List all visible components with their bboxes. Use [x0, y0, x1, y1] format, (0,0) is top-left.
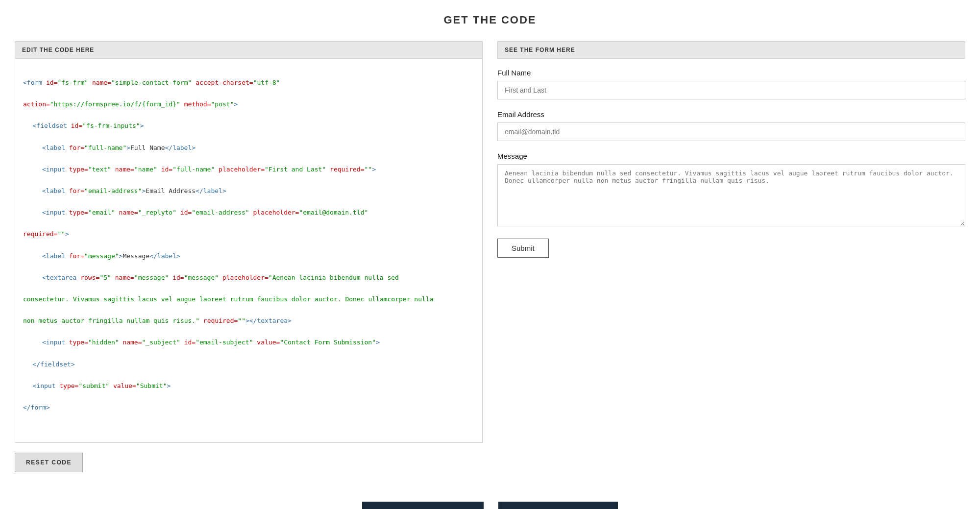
bottom-actions: COPY FORM CODE DOWNLOAD HTML: [0, 472, 980, 509]
page-title: GET THE CODE: [0, 0, 980, 41]
download-html-button[interactable]: DOWNLOAD HTML: [498, 502, 618, 509]
email-input[interactable]: [497, 122, 965, 141]
left-panel: EDIT THE CODE HERE <form id="fs-frm" nam…: [15, 41, 483, 472]
message-label: Message: [497, 152, 965, 160]
right-panel: SEE THE FORM HERE Full Name Email Addres…: [497, 41, 965, 472]
main-layout: EDIT THE CODE HERE <form id="fs-frm" nam…: [5, 41, 975, 472]
message-textarea[interactable]: [497, 164, 965, 226]
email-label: Email Address: [497, 110, 965, 119]
preview-panel-header: SEE THE FORM HERE: [497, 41, 965, 59]
form-preview: Full Name Email Address Message Submit: [497, 59, 965, 267]
full-name-input[interactable]: [497, 81, 965, 99]
message-group: Message: [497, 152, 965, 228]
copy-form-code-button[interactable]: COPY FORM CODE: [362, 502, 484, 509]
edit-panel-header: EDIT THE CODE HERE: [15, 41, 483, 59]
email-group: Email Address: [497, 110, 965, 141]
code-editor[interactable]: <form id="fs-frm" name="simple-contact-f…: [15, 59, 483, 443]
full-name-group: Full Name: [497, 69, 965, 99]
submit-button[interactable]: Submit: [497, 239, 549, 258]
reset-code-button[interactable]: RESET CODE: [15, 453, 83, 472]
full-name-label: Full Name: [497, 69, 965, 77]
